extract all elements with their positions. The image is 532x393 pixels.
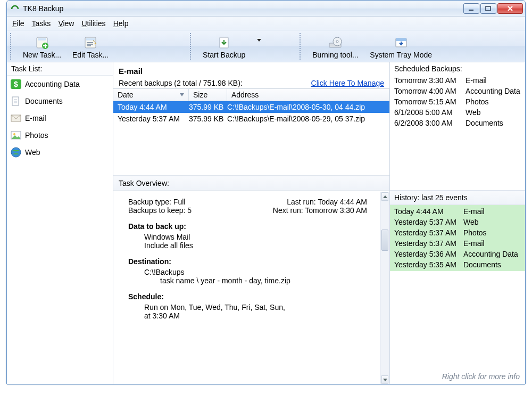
sort-desc-icon bbox=[180, 93, 184, 96]
photo-icon bbox=[10, 130, 22, 141]
schedule-header: Schedule: bbox=[128, 292, 367, 301]
envelope-icon bbox=[10, 113, 22, 124]
system-tray-mode-button[interactable]: System Tray Mode bbox=[364, 30, 438, 62]
history-row[interactable]: Yesterday 5:35 AMDocuments bbox=[390, 259, 525, 270]
manage-link[interactable]: Click Here To Manage bbox=[311, 79, 384, 87]
scheduled-row[interactable]: Tomorrow 3:30 AME-mail bbox=[394, 75, 521, 86]
task-item-accounting[interactable]: $ Accounting Data bbox=[7, 76, 113, 93]
detail-title: E-mail bbox=[119, 64, 384, 77]
right-panel: Scheduled Backups: Tomorrow 3:30 AME-mai… bbox=[390, 62, 525, 384]
backup-grid-body: Today 4:44 AM 375.99 KB C:\!Backups\E-ma… bbox=[113, 101, 389, 176]
chevron-down-icon[interactable] bbox=[257, 39, 261, 42]
svg-rect-6 bbox=[86, 38, 95, 40]
scroll-up-button[interactable] bbox=[381, 192, 388, 201]
schedule-line: at 3:30 AM bbox=[128, 312, 367, 320]
task-overview-panel: Task Overview: Backup type: Full Last ru… bbox=[113, 176, 389, 384]
history-panel: History: last 25 events Today 4:44 AME-m… bbox=[390, 190, 525, 271]
task-item-documents[interactable]: Documents bbox=[7, 93, 113, 110]
scheduled-row[interactable]: 6/2/2008 3:00 AMDocuments bbox=[394, 118, 521, 128]
schedule-line: Run on Mon, Tue, Wed, Thu, Fri, Sat, Sun… bbox=[128, 303, 367, 312]
svg-rect-0 bbox=[469, 10, 473, 11]
svg-rect-12 bbox=[396, 38, 406, 41]
scheduled-backups-header: Scheduled Backups: bbox=[394, 64, 521, 75]
history-row[interactable]: Yesterday 5:36 AMAccounting Data bbox=[390, 249, 525, 259]
data-line: Windows Mail bbox=[128, 233, 367, 241]
edit-task-button[interactable]: Edit Task... bbox=[66, 30, 114, 62]
start-backup-label: Start Backup bbox=[203, 51, 245, 59]
menu-help[interactable]: Help bbox=[113, 19, 129, 28]
new-task-button[interactable]: New Task... bbox=[18, 30, 66, 62]
overview-scrollbar[interactable] bbox=[380, 192, 389, 384]
content-area: Task List: $ Accounting Data Documents E… bbox=[7, 62, 525, 384]
history-row[interactable]: Today 4:44 AME-mail bbox=[390, 206, 525, 217]
menubar: File Tasks View Utilities Help bbox=[7, 17, 525, 30]
maximize-button[interactable] bbox=[480, 3, 496, 14]
scheduled-row[interactable]: Tomorrow 5:15 AMPhotos bbox=[394, 96, 521, 107]
detail-panel: E-mail Recent backups (2 total / 751.98 … bbox=[113, 62, 390, 384]
edit-task-label: Edit Task... bbox=[72, 51, 109, 59]
scheduled-backups-panel: Scheduled Backups: Tomorrow 3:30 AME-mai… bbox=[390, 62, 525, 190]
tray-icon bbox=[394, 35, 409, 51]
close-button[interactable] bbox=[497, 3, 523, 14]
toolbar-grip-icon[interactable] bbox=[189, 33, 192, 60]
task-overview-body: Backup type: Full Last run: Today 4:44 A… bbox=[113, 192, 380, 384]
svg-rect-1 bbox=[486, 6, 491, 11]
col-address[interactable]: Address bbox=[227, 89, 389, 101]
menu-view[interactable]: View bbox=[58, 19, 74, 28]
menu-utilities[interactable]: Utilities bbox=[81, 19, 105, 28]
task-list-panel: Task List: $ Accounting Data Documents E… bbox=[7, 62, 113, 384]
task-overview-header: Task Overview: bbox=[113, 176, 389, 191]
task-item-label: E-mail bbox=[25, 114, 46, 122]
col-size[interactable]: Size bbox=[189, 89, 227, 101]
task-item-label: Documents bbox=[25, 97, 63, 105]
backup-type-text: Backup type: Full bbox=[128, 198, 185, 206]
dollar-icon: $ bbox=[10, 79, 22, 89]
svg-point-18 bbox=[13, 133, 15, 135]
new-task-label: New Task... bbox=[23, 51, 61, 59]
burning-tool-button[interactable]: Burning tool... bbox=[307, 30, 363, 62]
backup-grid-header[interactable]: Date Size Address bbox=[113, 88, 389, 101]
new-task-icon bbox=[35, 35, 49, 51]
menu-file[interactable]: File bbox=[12, 19, 24, 28]
dest-line: task name \ year - month - day, time.zip bbox=[128, 276, 367, 285]
toolbar: New Task... Edit Task... Start Backup B bbox=[7, 30, 525, 62]
app-icon bbox=[10, 4, 20, 13]
minimize-button[interactable] bbox=[463, 3, 479, 14]
disc-icon bbox=[328, 35, 343, 51]
menu-tasks[interactable]: Tasks bbox=[32, 19, 51, 28]
task-item-email[interactable]: E-mail bbox=[7, 110, 113, 127]
app-title: TK8 Backup bbox=[23, 4, 463, 13]
last-run-text: Last run: Today 4:44 AM bbox=[287, 198, 367, 206]
toolbar-grip-icon[interactable] bbox=[9, 33, 12, 60]
app-window: TK8 Backup File Tasks View Utilities Hel… bbox=[6, 0, 526, 384]
history-hint: Right click for more info bbox=[390, 369, 525, 384]
scroll-down-button[interactable] bbox=[381, 375, 388, 384]
svg-rect-3 bbox=[38, 38, 46, 40]
dest-line: C:\!Backups bbox=[128, 268, 367, 276]
svg-point-10 bbox=[336, 40, 338, 43]
data-line: Include all files bbox=[128, 241, 367, 250]
toolbar-grip-icon[interactable] bbox=[298, 33, 302, 60]
edit-task-icon bbox=[83, 35, 98, 51]
document-icon bbox=[10, 96, 22, 107]
col-date[interactable]: Date bbox=[113, 89, 189, 101]
history-row[interactable]: Yesterday 5:37 AME-mail bbox=[390, 238, 525, 249]
start-backup-icon bbox=[217, 35, 231, 51]
task-list-header: Task List: bbox=[7, 62, 113, 76]
svg-text:$: $ bbox=[14, 80, 18, 88]
task-item-photos[interactable]: Photos bbox=[7, 127, 113, 144]
history-row[interactable]: Yesterday 5:37 AMPhotos bbox=[390, 227, 525, 238]
start-backup-button[interactable]: Start Backup bbox=[197, 30, 267, 62]
scroll-thumb[interactable] bbox=[381, 230, 388, 251]
scheduled-row[interactable]: 6/1/2008 5:00 AMWeb bbox=[394, 107, 521, 118]
history-row[interactable]: Yesterday 5:37 AMWeb bbox=[390, 217, 525, 227]
backups-to-keep-text: Backups to keep: 5 bbox=[128, 206, 192, 215]
backup-row[interactable]: Today 4:44 AM 375.99 KB C:\!Backups\E-ma… bbox=[113, 101, 389, 113]
globe-icon bbox=[10, 147, 22, 158]
task-item-web[interactable]: Web bbox=[7, 144, 113, 161]
task-item-label: Accounting Data bbox=[25, 80, 80, 88]
detail-subtitle: Recent backups (2 total / 751.98 KB): bbox=[119, 79, 243, 87]
scheduled-row[interactable]: Tomorrow 4:00 AMAccounting Data bbox=[394, 86, 521, 96]
titlebar[interactable]: TK8 Backup bbox=[7, 1, 525, 17]
backup-row[interactable]: Yesterday 5:37 AM 375.99 KB C:\!Backups\… bbox=[113, 113, 389, 125]
